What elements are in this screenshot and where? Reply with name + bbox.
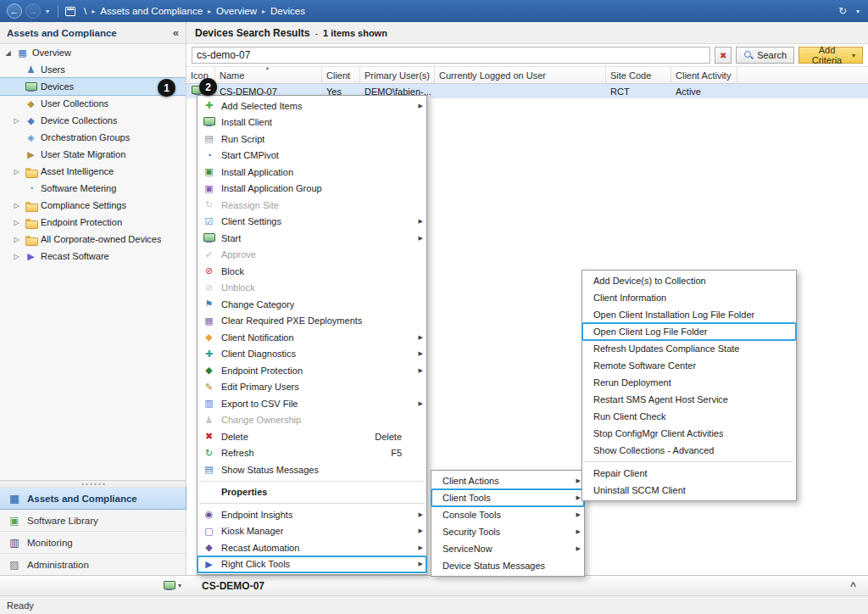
expander-icon[interactable] — [12, 236, 21, 243]
search-input[interactable] — [192, 47, 710, 64]
menu-item[interactable]: Start — [198, 230, 426, 247]
menu-item[interactable]: ServiceNow — [431, 540, 584, 557]
menu-item[interactable]: ◔ Start CMPivot — [198, 148, 426, 165]
workspace-nav-item[interactable]: ▨ Administration — [0, 553, 186, 575]
tree-item[interactable]: ◆ User Collections — [0, 95, 186, 112]
menu-item[interactable]: ▢ Kiosk Manager — [198, 523, 426, 540]
history-dropdown-icon[interactable]: ▾ — [44, 8, 51, 15]
menu-item[interactable]: ✚ Client Diagnostics — [198, 346, 426, 363]
menu-item[interactable]: Rerun Deployment — [582, 374, 796, 391]
menu-item[interactable]: ▤ Show Status Messages — [198, 461, 426, 478]
menu-item[interactable]: Security Tools — [431, 523, 584, 540]
tree-item[interactable]: ▶ User State Migration — [0, 146, 186, 163]
menu-item[interactable]: Refresh Updates Compliance State — [582, 340, 796, 357]
workspace-nav-item[interactable]: ▥ Monitoring — [0, 531, 186, 553]
menu-item[interactable]: Remote Software Center — [582, 357, 796, 374]
tree-item[interactable]: ▦ Overview — [0, 44, 186, 61]
tree-item[interactable]: ▶ Recast Software — [0, 248, 186, 265]
menu-item[interactable]: Console Tools — [431, 506, 584, 523]
expander-icon[interactable] — [12, 117, 21, 125]
menu-item[interactable]: ☑ Client Settings — [198, 214, 426, 231]
export-csv-icon: ▥ — [203, 398, 215, 410]
divider — [58, 5, 58, 18]
menu-item[interactable]: ↻ Reassign Site — [198, 197, 426, 214]
menu-item[interactable]: ▥ Export to CSV File — [198, 395, 426, 412]
menu-item[interactable]: Restart SMS Agent Host Service — [582, 391, 796, 408]
expander-icon[interactable] — [12, 202, 21, 209]
workspace-nav-label: Assets and Compliance — [27, 494, 137, 504]
menu-item[interactable]: Stop ConfigMgr Client Activities — [582, 425, 796, 442]
menu-item[interactable]: ▣ Install Application — [198, 164, 426, 181]
workspace-nav-item[interactable]: ▦ Assets and Compliance — [0, 487, 186, 509]
column-header[interactable]: Client Activity — [671, 67, 737, 83]
column-header[interactable]: Currently Logged on User — [435, 67, 606, 83]
menu-item[interactable]: Add Device(s) to Collection — [582, 272, 796, 289]
menu-item[interactable]: ✖ Delete Delete — [198, 428, 426, 445]
menu-item[interactable]: Client Actions — [431, 472, 584, 489]
menu-item[interactable]: ▤ Run Script — [198, 131, 426, 148]
chevron-down-icon[interactable]: ▾ — [854, 8, 861, 15]
menu-item[interactable]: ◆ Recast Automation — [198, 539, 426, 556]
menu-item[interactable]: Device Status Messages — [431, 557, 584, 574]
menu-item[interactable]: ✔ Approve — [198, 247, 426, 264]
menu-item[interactable]: Client Information — [582, 289, 796, 306]
menu-item[interactable]: ♟ Change Ownership — [198, 412, 426, 429]
menu-item[interactable]: Install Client — [198, 114, 426, 131]
menu-item[interactable]: ◆ Endpoint Protection — [198, 362, 426, 379]
menu-item[interactable]: ⊘ Unblock — [198, 280, 426, 297]
tree-item[interactable]: ◆ Device Collections — [0, 112, 186, 129]
nav-splitter[interactable] — [0, 480, 186, 487]
column-header[interactable]: Site Code — [606, 67, 671, 83]
breadcrumb-item[interactable]: Overview — [214, 6, 259, 16]
collapse-sidebar-icon[interactable]: « — [173, 26, 179, 39]
menu-item[interactable]: ✎ Edit Primary Users — [198, 379, 426, 396]
tree-item[interactable]: All Corporate-owned Devices — [0, 231, 186, 248]
menu-item[interactable]: Client Tools — [431, 489, 584, 506]
menu-item[interactable]: ▣ Install Application Group — [198, 181, 426, 198]
menu-item[interactable]: ◉ Endpoint Insights — [198, 506, 426, 523]
menu-item[interactable]: Show Collections - Advanced — [582, 442, 796, 459]
search-button[interactable]: Search — [736, 47, 794, 64]
menu-item[interactable]: ⊘ Block — [198, 263, 426, 280]
column-header[interactable]: Client — [322, 67, 360, 83]
tree-item[interactable]: ♟ Users — [0, 61, 186, 78]
navigation-tree: ▦ Overview ♟ Users Devices ◆ User Collec… — [0, 44, 186, 480]
menu-item[interactable]: Open Client Installation Log File Folder — [582, 306, 796, 323]
menu-item[interactable]: ◆ Client Notification — [198, 329, 426, 346]
menu-item[interactable]: Run Client Check — [582, 408, 796, 425]
menu-item[interactable]: Repair Client — [582, 465, 796, 482]
breadcrumb-item[interactable]: Assets and Compliance — [98, 6, 204, 16]
column-header[interactable]: Primary User(s) — [360, 67, 435, 83]
menu-item[interactable]: Properties — [198, 484, 426, 501]
menu-item[interactable]: Uninstall SCCM Client — [582, 482, 796, 499]
menu-item[interactable]: ▶ Right Click Tools — [198, 556, 426, 573]
menu-item-label: Client Actions — [442, 476, 499, 486]
tree-item[interactable]: Compliance Settings — [0, 197, 186, 214]
forward-button[interactable]: → — [25, 3, 41, 19]
topbar-actions: ↻ ▾ — [838, 5, 861, 17]
menu-item[interactable]: ⚑ Change Category — [198, 296, 426, 313]
add-criteria-button[interactable]: Add Criteria ▾ — [798, 47, 863, 64]
expander-icon[interactable] — [12, 253, 21, 260]
menu-item[interactable]: ▦ Clear Required PXE Deployments — [198, 313, 426, 330]
breadcrumb-item[interactable]: Devices — [269, 6, 307, 16]
expander-icon[interactable] — [12, 219, 21, 226]
clear-search-button[interactable]: ✖ — [715, 47, 732, 64]
column-header[interactable]: Name — [215, 67, 322, 83]
monitoring-icon: ▥ — [8, 537, 21, 549]
device-selector[interactable]: ▾ — [163, 580, 181, 591]
menu-item[interactable]: ↻ Refresh F5 — [198, 445, 426, 462]
breadcrumb-root[interactable]: \ — [82, 6, 88, 16]
back-button[interactable]: ← — [7, 3, 22, 19]
menu-item[interactable]: ✚ Add Selected Items — [198, 98, 426, 114]
tree-item[interactable]: ◔ Software Metering — [0, 180, 186, 197]
expander-icon[interactable] — [12, 168, 21, 176]
tree-item[interactable]: Endpoint Protection — [0, 214, 186, 231]
workspace-nav-item[interactable]: ▣ Software Library — [0, 509, 186, 531]
expander-icon[interactable] — [3, 49, 13, 57]
tree-item[interactable]: ◈ Orchestration Groups — [0, 129, 186, 146]
menu-item[interactable]: Open Client Log File Folder — [582, 323, 796, 340]
refresh-icon[interactable]: ↻ — [838, 5, 847, 17]
tree-item[interactable]: Asset Intelligence — [0, 163, 186, 180]
collapse-preview-icon[interactable]: ^ — [850, 580, 856, 592]
